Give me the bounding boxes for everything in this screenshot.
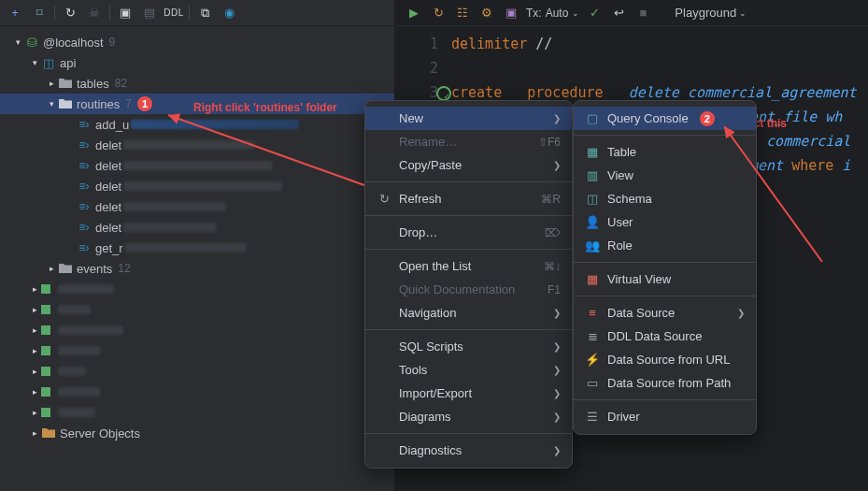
diagram1-icon[interactable]: ▣ xyxy=(116,4,135,22)
tree-item-blurred[interactable]: ▸ xyxy=(0,361,394,382)
shortcut-label: ⌦ xyxy=(545,226,561,239)
menu-item-copy-paste[interactable]: Copy/Paste❯ xyxy=(365,153,572,177)
stop-icon[interactable]: ☠ xyxy=(85,4,104,22)
ddl-button[interactable]: DDL xyxy=(164,4,183,22)
commit-icon[interactable]: ▣ xyxy=(502,4,520,22)
settings-icon[interactable]: ☷ xyxy=(453,4,472,22)
menu-item-drop[interactable]: Drop…⌦ xyxy=(365,221,572,244)
tree-item-blurred[interactable]: ▸ xyxy=(0,382,394,402)
tree-routine-item[interactable]: ≡› delet xyxy=(0,155,394,176)
diagram2-icon[interactable]: ▤ xyxy=(140,4,159,22)
menu-item-tools[interactable]: Tools❯ xyxy=(365,358,572,382)
tree-routines[interactable]: ▾ routines 7 1 xyxy=(0,94,394,114)
view-icon[interactable]: ◉ xyxy=(220,4,238,22)
submenu-item-data-source[interactable]: ≡Data Source❯ xyxy=(574,301,756,325)
check-icon[interactable]: ✓ xyxy=(590,6,600,20)
add-icon[interactable]: + xyxy=(6,4,24,22)
tx-mode[interactable]: Tx: Auto ⌄ xyxy=(526,7,579,20)
submenu-item-view[interactable]: ▥View xyxy=(574,164,756,187)
submenu-item-label: Query Console xyxy=(607,111,689,125)
menu-item-navigation[interactable]: Navigation❯ xyxy=(365,301,572,325)
query-console-icon[interactable]: ⌑ xyxy=(30,4,49,22)
tree-tables[interactable]: ▸ tables 82 xyxy=(0,73,394,94)
history-icon[interactable]: ↻ xyxy=(429,4,448,22)
menu-item-diagrams[interactable]: Diagrams❯ xyxy=(365,405,572,428)
submenu-item-table[interactable]: ▦Table xyxy=(574,140,756,164)
data-source-from-url-icon: ⚡ xyxy=(585,353,600,367)
tree-routine-item[interactable]: ≡› delet xyxy=(0,176,394,196)
submenu-item-label: Driver xyxy=(607,410,640,424)
refresh-icon: ↻ xyxy=(377,192,391,206)
virtual-view-icon: ▦ xyxy=(585,272,600,286)
folder-icon xyxy=(41,427,56,439)
menu-item-label: Tools xyxy=(399,363,427,377)
menu-item-new[interactable]: New❯ xyxy=(365,107,572,130)
chevron-right-icon: ❯ xyxy=(553,113,561,123)
schema-icon: ◫ xyxy=(41,56,56,70)
submenu-item-schema[interactable]: ◫Schema xyxy=(574,187,756,210)
tree-item-blurred[interactable]: ▸ xyxy=(0,299,394,320)
procedure-icon: ≡› xyxy=(77,241,92,254)
chevron-right-icon: ❯ xyxy=(553,341,561,352)
tx-label: Tx: xyxy=(526,7,542,20)
menu-item-label: Copy/Paste xyxy=(399,158,462,172)
tree-item-blurred[interactable]: ▸ xyxy=(0,279,394,299)
stop-icon[interactable]: ■ xyxy=(633,4,652,22)
tree-routine-item[interactable]: ≡› delet xyxy=(0,217,394,238)
folder-icon xyxy=(58,98,73,109)
run-icon[interactable]: ▶ xyxy=(405,4,423,22)
chevron-right-icon: ❯ xyxy=(553,160,561,170)
refresh-icon[interactable]: ↻ xyxy=(61,4,79,22)
menu-separator xyxy=(574,399,756,400)
submenu-item-data-source-from-url[interactable]: ⚡Data Source from URL xyxy=(574,348,756,371)
submenu-item-role[interactable]: 👥Role xyxy=(574,234,756,257)
divider xyxy=(109,6,110,21)
menu-item-rename: Rename…⇧F6 xyxy=(365,130,572,153)
submenu-item-label: Virtual View xyxy=(607,272,671,286)
submenu-item-query-console[interactable]: ▢Query Console2 xyxy=(574,107,756,130)
tree-item-blurred[interactable]: ▸ xyxy=(0,402,394,423)
menu-item-quick-documentation: Quick DocumentationF1 xyxy=(365,278,572,301)
tree-routine-item[interactable]: ≡› delet xyxy=(0,196,394,217)
tree-host[interactable]: ▾ ⛁ @localhost 9 xyxy=(0,32,394,52)
submenu-item-driver[interactable]: ☰Driver xyxy=(574,405,756,428)
submenu-item-label: Role xyxy=(607,238,633,253)
rollback-icon[interactable]: ↩ xyxy=(609,4,628,22)
menu-separator xyxy=(365,215,572,216)
menu-item-diagnostics[interactable]: Diagnostics❯ xyxy=(365,439,572,462)
menu-separator xyxy=(574,135,756,136)
tree-item-blurred[interactable]: ▸ xyxy=(0,320,394,340)
menu-item-import-export[interactable]: Import/Export❯ xyxy=(365,382,572,405)
procedure-icon: ≡› xyxy=(77,159,92,172)
tree-routine-item[interactable]: ≡› add_u xyxy=(0,114,394,135)
tree-routine-item[interactable]: ≡› delet xyxy=(0,135,394,155)
submenu-item-ddl-data-source[interactable]: ≣DDL Data Source xyxy=(574,325,756,348)
tree-events[interactable]: ▸ events 12 xyxy=(0,258,394,279)
table-icon: ▦ xyxy=(585,145,600,159)
filter-icon[interactable]: ⧉ xyxy=(195,4,214,22)
menu-separator xyxy=(574,296,756,296)
shortcut-label: ⇧F6 xyxy=(538,136,561,149)
submenu-item-user[interactable]: 👤User xyxy=(574,210,756,234)
tx-value: Auto xyxy=(546,7,569,20)
submenu-item-label: Data Source from Path xyxy=(607,376,731,390)
submenu-item-label: User xyxy=(607,215,633,229)
view-icon: ▥ xyxy=(585,168,600,182)
tree-routine-item[interactable]: ≡› get_r xyxy=(0,238,394,258)
tree-server-objects[interactable]: ▸ Server Objects xyxy=(0,423,394,443)
playground-button[interactable]: Playground ⌄ xyxy=(675,6,747,20)
menu-item-refresh[interactable]: ↻Refresh⌘R xyxy=(365,187,572,210)
divider xyxy=(189,6,190,21)
run-toolbar: ▶ ↻ ☷ ⚙ ▣ Tx: Auto ⌄ ✓ ↩ ■ Playground ⌄ xyxy=(395,0,868,26)
submenu-item-virtual-view[interactable]: ▦Virtual View xyxy=(574,267,756,291)
menu-item-sql-scripts[interactable]: SQL Scripts❯ xyxy=(365,335,572,358)
chevron-right-icon: ❯ xyxy=(553,308,561,318)
chevron-right-icon: ❯ xyxy=(553,412,561,422)
submenu-item-data-source-from-path[interactable]: ▭Data Source from Path xyxy=(574,371,756,395)
tree-item-blurred[interactable]: ▸ xyxy=(0,340,394,361)
tree-schema-api[interactable]: ▾ ◫ api xyxy=(0,52,394,73)
menu-item-open-the-list[interactable]: Open the List⌘↓ xyxy=(365,254,572,278)
chevron-down-icon: ⌄ xyxy=(739,8,747,18)
user-icon: 👤 xyxy=(585,215,600,229)
gear-icon[interactable]: ⚙ xyxy=(477,4,496,22)
